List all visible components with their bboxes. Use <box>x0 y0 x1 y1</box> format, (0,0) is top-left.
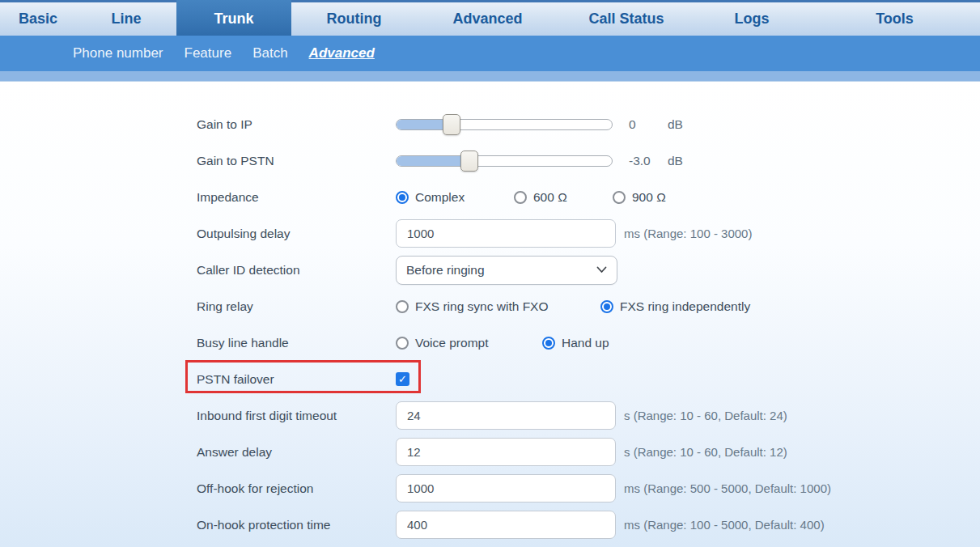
ring-relay-option-independent[interactable]: FXS ring independently <box>600 299 750 314</box>
radio-label: FXS ring independently <box>620 299 750 314</box>
ring-relay-option-sync[interactable]: FXS ring sync with FXO <box>396 299 600 314</box>
row-caller-id-detection: Caller ID detection Before ringing <box>0 252 980 288</box>
radio-button[interactable] <box>514 191 527 204</box>
offhook-for-rejection-input[interactable] <box>396 474 616 502</box>
row-busy-line-handle: Busy line handle Voice prompt Hand up <box>0 324 980 361</box>
inbound-first-digit-timeout-hint: s (Range: 10 - 60, Default: 24) <box>624 409 787 422</box>
inbound-first-digit-timeout-input[interactable] <box>396 401 616 430</box>
answer-delay-hint: s (Range: 10 - 60, Default: 12) <box>624 445 787 459</box>
radio-label: 900 Ω <box>632 190 666 205</box>
radio-button[interactable] <box>396 300 409 313</box>
row-inbound-first-digit-timeout: Inbound first digit timeout s (Range: 10… <box>0 397 980 434</box>
tab-logs[interactable]: Logs <box>694 2 809 36</box>
radio-button[interactable] <box>613 191 626 204</box>
subnav-item-advanced[interactable]: Advanced <box>309 45 375 61</box>
slider-thumb-handle[interactable] <box>443 114 460 135</box>
onhook-protection-time-input[interactable] <box>396 511 616 539</box>
pstn-failover-checkbox[interactable]: ✓ <box>396 372 409 386</box>
row-outpulsing-delay: Outpulsing delay ms (Range: 100 - 3000) <box>0 215 980 252</box>
main-nav: Basic Line Trunk Routing Advanced Call S… <box>0 0 980 36</box>
gain-to-ip-slider[interactable] <box>396 119 613 130</box>
tab-advanced[interactable]: Advanced <box>417 2 558 36</box>
offhook-for-rejection-hint: ms (Range: 500 - 5000, Default: 1000) <box>624 481 831 495</box>
busy-line-handle-label: Busy line handle <box>197 336 396 350</box>
ring-relay-label: Ring relay <box>197 299 396 314</box>
row-gain-to-ip: Gain to IP 0 dB <box>0 106 980 142</box>
outpulsing-delay-label: Outpulsing delay <box>197 227 396 241</box>
subnav-item-feature[interactable]: Feature <box>185 45 232 61</box>
caller-id-detection-label: Caller ID detection <box>197 263 396 278</box>
gain-to-ip-value: 0 <box>629 117 668 132</box>
radio-label: Voice prompt <box>415 336 488 350</box>
radio-label: Hand up <box>562 336 609 350</box>
tab-routing[interactable]: Routing <box>291 2 417 36</box>
tab-basic[interactable]: Basic <box>0 2 76 36</box>
radio-label: 600 Ω <box>533 190 567 205</box>
subnav-bottom-strip <box>0 71 980 81</box>
caller-id-detection-select[interactable]: Before ringing <box>396 256 617 285</box>
radio-button[interactable] <box>600 300 613 313</box>
gain-to-pstn-slider[interactable] <box>396 155 613 167</box>
outpulsing-delay-input[interactable] <box>396 219 616 248</box>
answer-delay-input[interactable] <box>396 438 616 466</box>
trunk-subnav: Phone number Feature Batch Advanced <box>0 36 980 71</box>
tab-tools[interactable]: Tools <box>809 2 980 36</box>
impedance-option-900ohm[interactable]: 900 Ω <box>613 190 666 205</box>
radio-label: Complex <box>415 190 465 205</box>
gain-to-pstn-value: -3.0 <box>629 154 668 168</box>
row-gain-to-pstn: Gain to PSTN -3.0 dB <box>0 142 980 179</box>
tab-trunk[interactable]: Trunk <box>176 0 291 36</box>
slider-thumb-handle[interactable] <box>460 151 478 172</box>
pstn-failover-label: PSTN failover <box>197 372 396 387</box>
tab-line[interactable]: Line <box>76 2 176 36</box>
tab-call-status[interactable]: Call Status <box>558 2 694 36</box>
outpulsing-delay-hint: ms (Range: 100 - 3000) <box>624 227 752 240</box>
chevron-down-icon <box>596 266 607 274</box>
onhook-protection-time-hint: ms (Range: 100 - 5000, Default: 400) <box>624 518 825 532</box>
trunk-advanced-form: Gain to IP 0 dB Gain to PSTN -3.0 dB Imp… <box>0 81 980 547</box>
gain-to-pstn-label: Gain to PSTN <box>197 154 396 168</box>
inbound-first-digit-timeout-label: Inbound first digit timeout <box>197 409 396 423</box>
gain-to-ip-unit: dB <box>668 117 683 132</box>
slider-fill <box>397 156 469 166</box>
impedance-option-complex[interactable]: Complex <box>396 190 514 205</box>
row-pstn-failover: PSTN failover ✓ <box>0 361 980 397</box>
busy-line-option-hand-up[interactable]: Hand up <box>542 336 609 350</box>
radio-button[interactable] <box>542 337 555 350</box>
onhook-protection-time-label: On-hook protection time <box>197 518 396 532</box>
row-onhook-protection-time: On-hook protection time ms (Range: 100 -… <box>0 507 980 543</box>
row-offhook-for-rejection: Off-hook for rejection ms (Range: 500 - … <box>0 470 980 507</box>
gain-to-ip-label: Gain to IP <box>197 117 396 132</box>
selected-option-text: Before ringing <box>406 263 485 278</box>
row-impedance: Impedance Complex 600 Ω 900 Ω <box>0 179 980 215</box>
radio-label: FXS ring sync with FXO <box>415 299 549 314</box>
row-ring-relay: Ring relay FXS ring sync with FXO FXS ri… <box>0 288 980 324</box>
radio-button[interactable] <box>396 191 409 204</box>
subnav-item-phone-number[interactable]: Phone number <box>73 45 163 61</box>
offhook-for-rejection-label: Off-hook for rejection <box>197 481 396 496</box>
gain-to-pstn-unit: dB <box>668 154 683 168</box>
answer-delay-label: Answer delay <box>197 445 396 460</box>
radio-button[interactable] <box>396 337 409 350</box>
impedance-label: Impedance <box>197 190 396 205</box>
impedance-option-600ohm[interactable]: 600 Ω <box>514 190 613 205</box>
busy-line-option-voice-prompt[interactable]: Voice prompt <box>396 336 542 350</box>
row-answer-delay: Answer delay s (Range: 10 - 60, Default:… <box>0 434 980 470</box>
subnav-item-batch[interactable]: Batch <box>252 45 287 61</box>
